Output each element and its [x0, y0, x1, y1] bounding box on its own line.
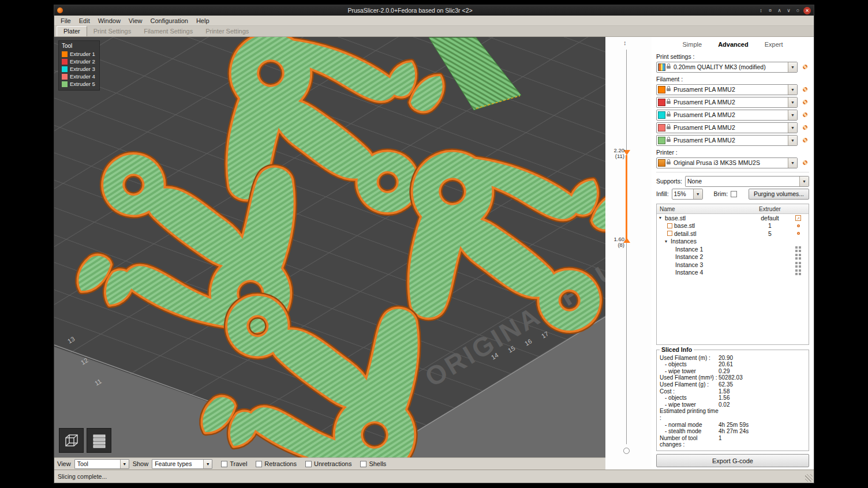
legend-item: Extruder 3: [62, 65, 95, 73]
instance-grid-icon[interactable]: [795, 269, 798, 272]
mode-simple[interactable]: Simple: [683, 41, 702, 48]
3d-viewport[interactable]: ORIGINAL PRUSA 13 12 11 14 15 16 17 18 1…: [54, 37, 605, 457]
tab-printer-settings[interactable]: Printer Settings: [199, 27, 255, 36]
extruder-3-swatch: [62, 66, 68, 72]
checkbox-box[interactable]: [305, 461, 312, 467]
window-controls: ↕ ¤ ∧ ∨ ○ ✕: [757, 7, 811, 14]
window-control-icon[interactable]: ¤: [766, 7, 774, 14]
supports-select[interactable]: None ▼: [685, 176, 809, 187]
gear-icon[interactable]: [797, 232, 800, 235]
layer-slider-track[interactable]: [626, 50, 627, 444]
menu-edit[interactable]: Edit: [75, 17, 94, 24]
menu-configuration[interactable]: Configuration: [146, 17, 192, 24]
brim-checkbox[interactable]: [731, 191, 737, 197]
filament-3-select[interactable]: Prusament PLA MMU2▼: [656, 110, 798, 121]
3d-view-button[interactable]: [59, 428, 84, 453]
expander-icon[interactable]: ▾: [665, 239, 671, 244]
instance-row-3[interactable]: Instance 3: [657, 261, 809, 269]
instance-grid-icon[interactable]: [795, 246, 798, 249]
legend-item: Extruder 1: [62, 50, 95, 58]
window-maximize-icon[interactable]: ○: [794, 7, 802, 14]
volume-row-base[interactable]: base.stl 1: [657, 222, 809, 230]
mode-expert[interactable]: Expert: [765, 41, 783, 48]
menu-help[interactable]: Help: [192, 17, 214, 24]
infill-select[interactable]: 15% ▼: [672, 189, 703, 200]
print-settings-gear-button[interactable]: [800, 63, 809, 72]
filament-row-3: Prusament PLA MMU2▼: [656, 110, 809, 121]
resize-grip[interactable]: [805, 474, 813, 482]
print-settings-label: Print settings :: [656, 53, 809, 60]
gear-icon: [803, 100, 807, 104]
export-gcode-button[interactable]: Export G-code: [656, 454, 809, 467]
filament-3-gear-button[interactable]: [800, 111, 809, 119]
volume-row-detail[interactable]: detail.stl 5: [657, 230, 809, 238]
filament-5-select[interactable]: Prusament PLA MMU2▼: [656, 135, 798, 146]
shells-checkbox[interactable]: Shells: [360, 460, 386, 467]
tool-legend-title: Tool: [62, 43, 95, 49]
filament-2-gear-button[interactable]: [800, 98, 809, 107]
lock-icon: [667, 101, 671, 104]
filament-1-select[interactable]: Prusament PLA MMU2▼: [656, 84, 798, 95]
checkbox-box[interactable]: [256, 461, 262, 467]
filament-5-gear-button[interactable]: [800, 136, 809, 145]
upper-handle-label: 2.20 (11): [614, 148, 625, 159]
mode-tabs: Simple Advanced Expert: [656, 39, 809, 51]
status-bar: Slicing complete...: [54, 470, 814, 483]
viewport-column: ORIGINAL PRUSA 13 12 11 14 15 16 17 18 1…: [54, 37, 605, 470]
instance-grid-icon[interactable]: [795, 262, 798, 264]
filament-color-icon: [658, 111, 665, 119]
menu-window[interactable]: Window: [94, 17, 125, 24]
checkbox-box[interactable]: [360, 461, 366, 467]
slider-expand-icon[interactable]: ↕: [623, 39, 627, 46]
menu-view[interactable]: View: [125, 17, 147, 24]
view-mode-buttons: [59, 428, 111, 453]
purging-volumes-button[interactable]: Purging volumes...: [749, 189, 809, 200]
expander-icon[interactable]: ▾: [659, 215, 665, 220]
tab-plater[interactable]: Plater: [57, 26, 87, 36]
tab-filament-settings[interactable]: Filament Settings: [137, 27, 199, 36]
filament-4-gear-button[interactable]: [800, 123, 809, 132]
view-mode-select[interactable]: Tool ▼: [74, 459, 129, 469]
window-minimize-icon[interactable]: ∨: [785, 7, 792, 14]
show-select[interactable]: Feature types ▼: [152, 459, 212, 469]
mode-advanced[interactable]: Advanced: [718, 41, 749, 48]
retractions-checkbox[interactable]: Retractions: [256, 460, 297, 467]
stl-file-icon: [667, 223, 672, 228]
printer-row: Original Prusa i3 MK3S MMU2S ▼: [656, 157, 809, 168]
print-settings-row: 0.20mm QUALITY MK3 (modified) ▼: [656, 62, 809, 73]
print-settings-select[interactable]: 0.20mm QUALITY MK3 (modified) ▼: [656, 62, 798, 73]
object-row-base[interactable]: ▾base.stl default ↗: [657, 214, 809, 222]
filament-label: Filament :: [656, 76, 809, 82]
infill-label: Infill:: [656, 190, 669, 197]
gear-icon[interactable]: [797, 224, 800, 227]
filament-2-select[interactable]: Prusament PLA MMU2▼: [656, 97, 798, 108]
slider-reset-icon[interactable]: [623, 448, 630, 454]
instance-row-2[interactable]: Instance 2: [657, 253, 809, 261]
printer-gear-button[interactable]: [800, 159, 809, 167]
column-extruder: Extruder: [752, 206, 788, 212]
show-label: Show: [133, 460, 149, 467]
lower-handle-label: 1.60 (8): [614, 237, 625, 248]
object-settings-icon[interactable]: ↗: [795, 215, 801, 221]
tab-print-settings[interactable]: Print Settings: [87, 27, 137, 36]
printer-select[interactable]: Original Prusa i3 MK3S MMU2S ▼: [656, 157, 798, 168]
filament-4-select[interactable]: Prusament PLA MMU2▼: [656, 122, 798, 133]
instances-group-row[interactable]: ▾Instances: [657, 238, 809, 246]
layer-slider-column: ↕ 2.20 (11) 1.60 (8): [605, 37, 652, 470]
travel-checkbox[interactable]: Travel: [221, 460, 247, 467]
gear-icon: [803, 160, 807, 165]
instance-grid-icon[interactable]: [795, 254, 798, 256]
filament-1-gear-button[interactable]: [800, 85, 809, 94]
preset-color-icon: [658, 63, 665, 71]
chevron-down-icon: ▼: [788, 97, 797, 107]
layers-view-button[interactable]: [87, 428, 111, 453]
stl-file-icon: [667, 231, 672, 236]
instance-row-4[interactable]: Instance 4: [657, 269, 809, 277]
menu-file[interactable]: File: [57, 17, 75, 24]
instance-row-1[interactable]: Instance 1: [657, 245, 809, 253]
unretractions-checkbox[interactable]: Unretractions: [305, 460, 351, 467]
window-shade-icon[interactable]: ∧: [776, 7, 783, 14]
checkbox-box[interactable]: [221, 461, 227, 467]
window-control-icon[interactable]: ↕: [757, 7, 765, 14]
window-close-icon[interactable]: ✕: [803, 7, 811, 14]
